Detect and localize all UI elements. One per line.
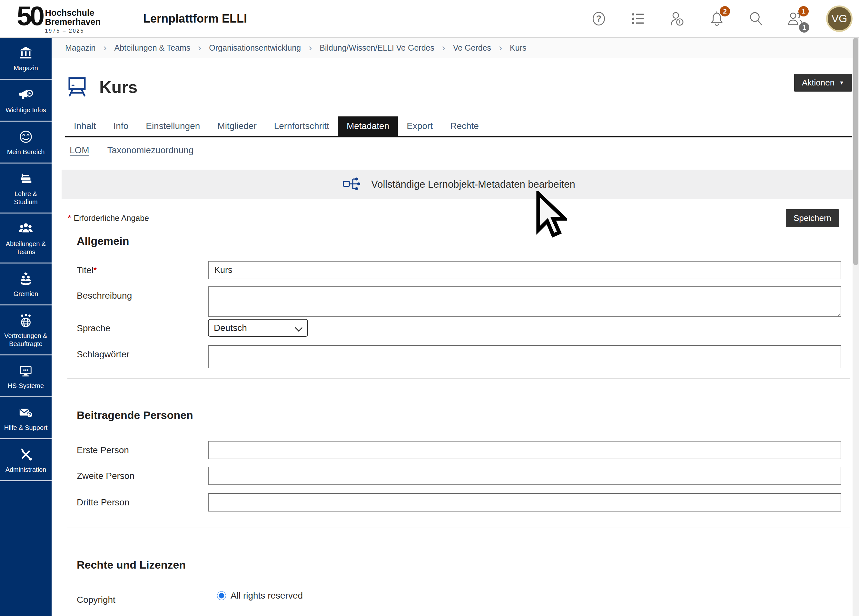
logo-50: 50 — [17, 3, 42, 29]
contacts-badge-top: 1 — [798, 6, 809, 16]
sidebar-item-vertretungen-beauftragte[interactable]: Vertretungen & Beauftragte — [0, 305, 52, 355]
main-sidebar: Magazin Wichtige Infos Mein Bereich Lehr… — [0, 38, 52, 616]
subtab-bar: LOM Taxonomiezuordnung — [70, 145, 859, 155]
search-icon[interactable] — [747, 10, 765, 27]
bank-icon — [19, 45, 33, 62]
tab-lernfortschritt[interactable]: Lernfortschritt — [266, 116, 338, 136]
subtab-lom[interactable]: LOM — [70, 145, 89, 155]
monitor-icon — [19, 363, 33, 379]
sidebar-item-label: Abteilungen & Teams — [2, 240, 50, 256]
committee-icon — [19, 271, 33, 288]
people-group-icon — [19, 221, 33, 238]
sidebar-item-hilfe-support[interactable]: ? Hilfe & Support — [0, 397, 52, 439]
schlagwoerter-input[interactable] — [208, 345, 841, 368]
actions-button-label: Aktionen — [802, 78, 834, 88]
tab-export[interactable]: Export — [398, 116, 442, 136]
sidebar-item-gremien[interactable]: Gremien — [0, 264, 52, 305]
breadcrumb-separator: › — [309, 43, 312, 53]
sidebar-item-label: Mein Bereich — [7, 148, 45, 156]
breadcrumb-item[interactable]: Bildung/Wissen/ELLI Ve Gerdes — [320, 43, 434, 53]
section-title-allgemein: Allgemein — [77, 235, 859, 247]
erste-person-label: Erste Person — [77, 441, 208, 459]
sidebar-item-label: Gremien — [14, 290, 38, 298]
top-header: 50 Hochschule Bremerhaven 1975 – 2025 Le… — [0, 0, 859, 38]
avatar[interactable]: VG — [826, 5, 853, 32]
sidebar-item-lehre-studium[interactable]: Lehre & Studium — [0, 164, 52, 214]
breadcrumb-item[interactable]: Organisationsentwicklung — [209, 43, 301, 53]
sidebar-item-mein-bereich[interactable]: Mein Bereich — [0, 122, 52, 164]
contacts-icon[interactable]: 1 1 — [787, 10, 804, 27]
breadcrumb: Magazin › Abteilungen & Teams › Organisa… — [52, 38, 859, 58]
metadata-node-icon — [343, 176, 363, 193]
globe-people-icon — [19, 313, 33, 329]
dritte-person-input[interactable] — [208, 493, 841, 511]
main-content: Magazin › Abteilungen & Teams › Organisa… — [52, 38, 859, 616]
svg-text:?: ? — [28, 413, 31, 417]
sidebar-item-administration[interactable]: Administration — [0, 439, 52, 481]
erste-person-input[interactable] — [208, 441, 841, 459]
breadcrumb-separator: › — [103, 43, 107, 53]
sidebar-item-wichtige-infos[interactable]: Wichtige Infos — [0, 80, 52, 122]
tab-metadaten[interactable]: Metadaten — [338, 116, 398, 136]
tools-icon — [19, 447, 33, 463]
caret-down-icon: ▼ — [839, 80, 844, 86]
sidebar-item-magazin[interactable]: Magazin — [0, 38, 52, 80]
save-button[interactable]: Speichern — [786, 209, 839, 227]
lists-icon[interactable] — [629, 10, 647, 27]
sidebar-item-label: Hilfe & Support — [4, 424, 48, 432]
app-title: Lernplattform ELLI — [143, 12, 247, 25]
section-title-beitragende: Beitragende Personen — [77, 409, 859, 422]
notifications-bell-icon[interactable]: 2 — [708, 10, 726, 27]
scrollbar-thumb[interactable] — [853, 38, 858, 265]
zweite-person-input[interactable] — [208, 467, 841, 485]
sidebar-item-label: HS-Systeme — [8, 382, 44, 390]
megaphone-icon — [19, 88, 33, 103]
edit-full-metadata-link[interactable]: Vollständige Lernobjekt-Metadaten bearbe… — [62, 170, 856, 199]
copyright-option-label: All rights reserved — [231, 591, 303, 601]
hochschule-bremerhaven-logo[interactable]: 50 Hochschule Bremerhaven 1975 – 2025 — [17, 3, 101, 34]
copyright-radio[interactable] — [217, 591, 226, 600]
sprache-label: Sprache — [77, 319, 208, 337]
actions-button[interactable]: Aktionen ▼ — [794, 74, 852, 92]
breadcrumb-separator: › — [442, 43, 445, 53]
tab-inhalt[interactable]: Inhalt — [65, 116, 105, 136]
page-title: Kurs — [99, 77, 137, 97]
sidebar-item-label: Lehre & Studium — [2, 190, 50, 206]
sprache-select[interactable]: Deutsch — [208, 319, 308, 337]
subtab-taxonomiezuordnung[interactable]: Taxonomiezuordnung — [108, 145, 194, 155]
tab-einstellungen[interactable]: Einstellungen — [137, 116, 209, 136]
required-asterisk: * — [94, 266, 97, 275]
breadcrumb-item[interactable]: Abteilungen & Teams — [114, 43, 191, 53]
tab-rechte[interactable]: Rechte — [442, 116, 487, 136]
tab-bar: Inhalt Info Einstellungen Mitglieder Ler… — [65, 116, 852, 138]
tab-info[interactable]: Info — [105, 116, 137, 136]
dritte-person-label: Dritte Person — [77, 493, 208, 511]
sidebar-item-label: Vertretungen & Beauftragte — [2, 332, 50, 348]
tab-mitglieder[interactable]: Mitglieder — [209, 116, 265, 136]
breadcrumb-item[interactable]: Ve Gerdes — [453, 43, 491, 53]
required-hint-label: Erforderliche Angabe — [74, 214, 149, 222]
app-window: 50 Hochschule Bremerhaven 1975 – 2025 Le… — [0, 0, 859, 616]
books-icon — [19, 171, 33, 188]
sidebar-item-label: Administration — [5, 466, 47, 474]
breadcrumb-separator: › — [499, 43, 502, 53]
breadcrumb-item[interactable]: Magazin — [65, 43, 96, 53]
smiley-icon — [19, 129, 33, 145]
banner-label: Vollständige Lernobjekt-Metadaten bearbe… — [371, 179, 575, 190]
zweite-person-label: Zweite Person — [77, 467, 208, 485]
breadcrumb-item[interactable]: Kurs — [510, 43, 526, 53]
scrollbar-track[interactable] — [853, 38, 859, 616]
titel-label-text: Titel — [77, 265, 94, 275]
logo-years: 1975 – 2025 — [45, 28, 101, 34]
beschreibung-textarea[interactable] — [208, 286, 841, 317]
breadcrumb-separator: › — [198, 43, 201, 53]
beschreibung-label: Beschreibung — [77, 286, 208, 318]
notifications-badge: 2 — [720, 6, 730, 16]
user-status-icon[interactable] — [669, 10, 686, 27]
course-board-icon — [66, 75, 88, 99]
titel-input[interactable] — [208, 261, 841, 279]
help-icon[interactable]: ? — [590, 10, 608, 27]
sidebar-item-hs-systeme[interactable]: HS-Systeme — [0, 355, 52, 397]
sidebar-item-abteilungen-teams[interactable]: Abteilungen & Teams — [0, 214, 52, 264]
titel-label: Titel* — [77, 261, 208, 279]
